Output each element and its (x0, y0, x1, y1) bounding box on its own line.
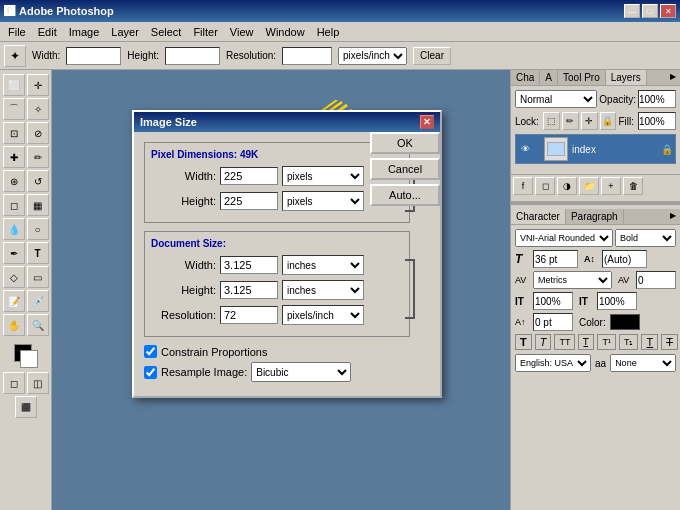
italic-button[interactable]: T (535, 334, 552, 350)
lock-move-button[interactable]: ✛ (581, 112, 598, 130)
blend-mode-select[interactable]: Normal (515, 90, 597, 108)
standard-mode[interactable]: ◻ (3, 372, 25, 394)
char-panel-arrow[interactable]: ▶ (666, 209, 680, 224)
crop-tool[interactable]: ⊡ (3, 122, 25, 144)
menu-layer[interactable]: Layer (105, 24, 145, 40)
ok-button[interactable]: OK (370, 132, 440, 154)
doc-height-input[interactable] (220, 281, 278, 299)
layer-style-button[interactable]: f (513, 177, 533, 195)
resolution-unit-select[interactable]: pixels/inch (338, 47, 407, 65)
leading-input[interactable] (602, 250, 647, 268)
layer-mask-button[interactable]: ◻ (535, 177, 555, 195)
new-layer-button[interactable]: + (601, 177, 621, 195)
stamp-tool[interactable]: ⊛ (3, 170, 25, 192)
layer-visibility-toggle[interactable]: 👁 (518, 142, 532, 156)
vert-scale-input[interactable] (597, 292, 637, 310)
hand-tool[interactable]: ✋ (3, 314, 25, 336)
zoom-tool[interactable]: 🔍 (27, 314, 49, 336)
baseline-input[interactable] (533, 313, 573, 331)
eyedropper-tool[interactable]: 💉 (27, 290, 49, 312)
height-input[interactable] (165, 47, 220, 65)
dialog-close-button[interactable]: ✕ (420, 115, 434, 129)
tab-layers[interactable]: Layers (606, 70, 647, 85)
tracking-input[interactable] (636, 271, 676, 289)
doc-resolution-input[interactable] (220, 306, 278, 324)
underline-button[interactable]: T (641, 334, 658, 350)
window-controls[interactable]: — □ ✕ (624, 4, 676, 18)
opacity-input[interactable] (638, 90, 676, 108)
width-input[interactable] (66, 47, 121, 65)
minimize-button[interactable]: — (624, 4, 640, 18)
shape-tool[interactable]: ▭ (27, 266, 49, 288)
menu-help[interactable]: Help (311, 24, 346, 40)
resample-method-select[interactable]: Bicubic Nearest Neighbor Bilinear (251, 362, 351, 382)
menu-file[interactable]: File (2, 24, 32, 40)
tab-actions[interactable]: A (540, 70, 558, 85)
clear-button[interactable]: Clear (413, 47, 451, 65)
font-size-input[interactable] (533, 250, 578, 268)
doc-width-input[interactable] (220, 256, 278, 274)
quick-mask-mode[interactable]: ◫ (27, 372, 49, 394)
superscript-button[interactable]: T¹ (597, 334, 616, 350)
notes-tool[interactable]: 📝 (3, 290, 25, 312)
auto-button[interactable]: Auto... (370, 184, 440, 206)
doc-width-unit-select[interactable]: inches cm mm pixels (282, 255, 364, 275)
screen-mode[interactable]: ⬛ (15, 396, 37, 418)
strikethrough-button[interactable]: T (661, 334, 678, 350)
path-tool[interactable]: ◇ (3, 266, 25, 288)
menu-edit[interactable]: Edit (32, 24, 63, 40)
resample-image-checkbox[interactable] (144, 366, 157, 379)
delete-layer-button[interactable]: 🗑 (623, 177, 643, 195)
subscript-button[interactable]: T₁ (619, 334, 639, 350)
panel-arrow[interactable]: ▶ (666, 70, 680, 85)
history-brush-tool[interactable]: ↺ (27, 170, 49, 192)
bold-button[interactable]: T (515, 334, 532, 350)
pixel-height-input[interactable] (220, 192, 278, 210)
pixel-width-unit-select[interactable]: pixels percent (282, 166, 364, 186)
text-tool[interactable]: T (27, 242, 49, 264)
font-style-select[interactable]: Bold (615, 229, 676, 247)
canvas-area[interactable]: Image Size ✕ Pixel Dimensions: 49K Width… (52, 70, 510, 510)
tab-paragraph[interactable]: Paragraph (566, 209, 624, 224)
language-select[interactable]: English: USA (515, 354, 591, 372)
adjustment-layer-button[interactable]: ◑ (557, 177, 577, 195)
pixel-width-input[interactable] (220, 167, 278, 185)
close-button[interactable]: ✕ (660, 4, 676, 18)
cancel-button[interactable]: Cancel (370, 158, 440, 180)
menu-filter[interactable]: Filter (187, 24, 223, 40)
heal-tool[interactable]: ✚ (3, 146, 25, 168)
lock-transparent-button[interactable]: ⬚ (543, 112, 560, 130)
resolution-input[interactable] (282, 47, 332, 65)
small-caps-button[interactable]: T̲ (578, 334, 594, 350)
doc-resolution-unit-select[interactable]: pixels/inch pixels/cm (282, 305, 364, 325)
slice-tool[interactable]: ⊘ (27, 122, 49, 144)
blur-tool[interactable]: 💧 (3, 218, 25, 240)
dodge-tool[interactable]: ○ (27, 218, 49, 240)
constrain-proportions-checkbox[interactable] (144, 345, 157, 358)
marquee-tool[interactable]: ⬜ (3, 74, 25, 96)
eraser-tool[interactable]: ◻ (3, 194, 25, 216)
tool-preset-picker[interactable]: ✦ (4, 45, 26, 67)
all-caps-button[interactable]: TT (554, 334, 575, 350)
layer-group-button[interactable]: 📁 (579, 177, 599, 195)
tab-tool-presets[interactable]: Tool Pro (558, 70, 606, 85)
background-color[interactable] (20, 350, 38, 368)
color-swatch[interactable] (610, 314, 640, 330)
move-tool[interactable]: ✛ (27, 74, 49, 96)
pen-tool[interactable]: ✒ (3, 242, 25, 264)
magic-wand-tool[interactable]: ✧ (27, 98, 49, 120)
lasso-tool[interactable]: ⌒ (3, 98, 25, 120)
lock-paint-button[interactable]: ✏ (562, 112, 579, 130)
font-family-select[interactable]: VNI-Arial Rounded (515, 229, 613, 247)
anti-alias-select[interactable]: None Sharp Crisp Strong Smooth (610, 354, 676, 372)
brush-tool[interactable]: ✏ (27, 146, 49, 168)
tab-character[interactable]: Character (511, 209, 566, 224)
kerning-select[interactable]: Metrics Optical (533, 271, 612, 289)
foreground-background-colors[interactable] (10, 342, 42, 370)
menu-select[interactable]: Select (145, 24, 188, 40)
lock-all-button[interactable]: 🔒 (600, 112, 617, 130)
maximize-button[interactable]: □ (642, 4, 658, 18)
horiz-scale-input[interactable] (533, 292, 573, 310)
doc-height-unit-select[interactable]: inches cm mm pixels (282, 280, 364, 300)
menu-window[interactable]: Window (260, 24, 311, 40)
